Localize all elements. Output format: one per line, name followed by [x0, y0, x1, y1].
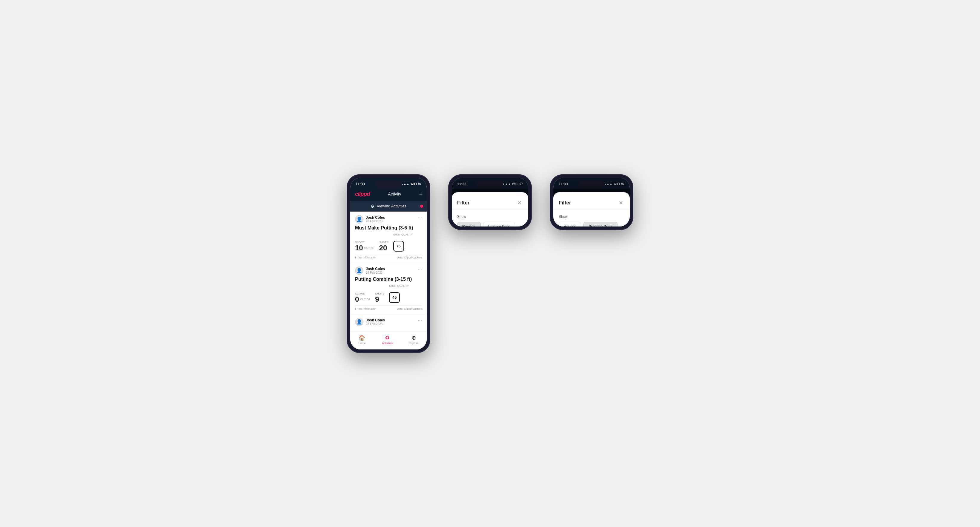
status-time-3: 11:33: [559, 182, 568, 186]
user-name-2: Josh Coles: [366, 267, 385, 271]
more-dots-2[interactable]: ···: [418, 267, 422, 272]
nav-activities-1[interactable]: ♻ Activities: [382, 335, 393, 344]
more-dots-1[interactable]: ···: [418, 215, 422, 221]
user-details-3: Josh Coles 28 Feb 2023: [366, 318, 385, 325]
footer-info-2: ℹ Test Information: [355, 307, 376, 310]
shots-value-2: 9: [375, 296, 384, 303]
wifi-icon-3: WiFi: [614, 183, 620, 186]
home-icon-1: 🏠: [359, 335, 365, 341]
show-buttons-2: Rounds Practice Drills: [457, 222, 523, 226]
score-group-2: Score 0 OUT OF: [355, 292, 370, 303]
stats-row-2: Score 0 OUT OF Shots 9 Shot Quality: [355, 284, 422, 303]
wifi-icon-1: WiFi: [410, 183, 417, 186]
app-header-1: clippd Activity ≡: [350, 189, 427, 201]
modal-close-btn-2[interactable]: ✕: [516, 199, 523, 206]
avatar-1: 👤: [355, 215, 363, 224]
shots-group-1: Shots 20: [379, 241, 388, 252]
shot-quality-label-1: Shot Quality: [393, 233, 413, 236]
activity-card-3[interactable]: 👤 Josh Coles 28 Feb 2023 ···: [350, 314, 427, 332]
user-name-3: Josh Coles: [366, 318, 385, 322]
filter-modal-2: Filter ✕ Show Rounds Practice Drills Rou…: [452, 192, 528, 226]
modal-body-2: Show Rounds Practice Drills Rounds Pract…: [452, 210, 528, 226]
practice-drills-show-btn-3[interactable]: Practice Drills: [584, 222, 617, 226]
user-info-2: 👤 Josh Coles 28 Feb 2023: [355, 267, 385, 275]
activity-card-2[interactable]: 👤 Josh Coles 28 Feb 2023 ··· Putting Com…: [350, 263, 427, 314]
phone-2: 11:33 ▲▲▲ WiFi 97 clippd Activity ≡ ⚙ Vi…: [448, 174, 532, 230]
menu-icon-1[interactable]: ≡: [419, 191, 422, 197]
shot-quality-group-2: Shot Quality 45: [389, 284, 409, 303]
modal-close-btn-3[interactable]: ✕: [617, 199, 624, 206]
nav-capture-1[interactable]: ⊕ Capture: [409, 335, 418, 344]
avatar-2: 👤: [355, 267, 363, 275]
info-icon-2: ℹ: [355, 307, 356, 310]
shot-quality-badge-2: 45: [389, 292, 400, 303]
shots-group-2: Shots 9: [375, 292, 384, 303]
nav-capture-label-1: Capture: [409, 342, 418, 344]
card-header-3: 👤 Josh Coles 28 Feb 2023 ···: [355, 318, 422, 326]
score-value-container-1: 10 OUT OF: [355, 244, 374, 252]
score-value-2: 0: [355, 296, 359, 303]
rounds-btn-3[interactable]: Rounds: [559, 222, 581, 226]
footer-data-2: Data: Clippd Capture: [397, 307, 422, 310]
modal-header-3: Filter ✕: [553, 195, 630, 210]
rounds-btn-2[interactable]: Rounds: [457, 222, 481, 226]
score-value-1: 10: [355, 244, 363, 252]
activity-title-1: Must Make Putting (3-6 ft): [355, 225, 422, 231]
activities-icon-1: ♻: [385, 335, 390, 341]
nav-home-label-1: Home: [358, 342, 366, 344]
phone-3: 11:33 ▲▲▲ WiFi 97 clippd Activity ≡ ⚙ Vi…: [550, 174, 633, 230]
modal-title-3: Filter: [559, 200, 571, 206]
dynamic-island-3: [578, 181, 605, 189]
score-label-1: Score: [355, 241, 374, 244]
activity-list-1: 👤 Josh Coles 28 Feb 2023 ··· Must Make P…: [350, 211, 427, 332]
bottom-nav-1: 🏠 Home ♻ Activities ⊕ Capture: [350, 332, 427, 349]
user-name-1: Josh Coles: [366, 216, 385, 220]
modal-body-3: Show Rounds Practice Drills Practice Dri…: [553, 210, 630, 226]
user-date-2: 28 Feb 2023: [366, 271, 385, 274]
header-title-1: Activity: [388, 192, 401, 196]
status-time-1: 11:33: [356, 182, 365, 186]
avatar-icon-3: 👤: [356, 320, 362, 324]
viewing-banner-1[interactable]: ⚙ Viewing Activities: [350, 201, 427, 211]
dynamic-island-1: [375, 181, 402, 189]
activity-title-2: Putting Combine (3-15 ft): [355, 277, 422, 282]
phone-1-screen: 11:33 ▲▲▲ WiFi 97 clippd Activity ≡ ⚙ Vi…: [350, 178, 427, 349]
battery-icon-1: 97: [418, 183, 421, 186]
activity-card-1[interactable]: 👤 Josh Coles 28 Feb 2023 ··· Must Make P…: [350, 211, 427, 263]
shots-label-2: Shots: [375, 292, 384, 295]
status-icons-2: ▲▲▲ WiFi 97: [502, 183, 523, 186]
red-dot-1: [420, 205, 423, 208]
nav-home-1[interactable]: 🏠 Home: [358, 335, 366, 344]
user-date-1: 28 Feb 2023: [366, 220, 385, 223]
shots-label-1: Shots: [379, 241, 388, 244]
capture-icon-1: ⊕: [412, 335, 416, 341]
shots-value-1: 20: [379, 244, 388, 252]
footer-info-1: ℹ Test Information: [355, 256, 376, 259]
phones-container: 11:33 ▲▲▲ WiFi 97 clippd Activity ≡ ⚙ Vi…: [347, 174, 633, 353]
practice-drills-btn-2[interactable]: Practice Drills: [483, 222, 515, 226]
battery-icon-3: 97: [621, 183, 624, 186]
card-footer-1: ℹ Test Information Data: Clippd Capture: [355, 254, 422, 259]
user-date-3: 28 Feb 2023: [366, 322, 385, 325]
card-header-2: 👤 Josh Coles 28 Feb 2023 ···: [355, 267, 422, 275]
user-details-1: Josh Coles 28 Feb 2023: [366, 216, 385, 223]
user-info-1: 👤 Josh Coles 28 Feb 2023: [355, 215, 385, 224]
phone-2-screen: 11:33 ▲▲▲ WiFi 97 clippd Activity ≡ ⚙ Vi…: [452, 178, 528, 227]
show-label-2: Show: [457, 214, 523, 219]
score-label-2: Score: [355, 292, 370, 295]
more-dots-3[interactable]: ···: [418, 318, 422, 323]
modal-sheet-3: Filter ✕ Show Rounds Practice Drills Pra…: [553, 192, 630, 226]
card-footer-2: ℹ Test Information Data: Clippd Capture: [355, 305, 422, 310]
avatar-icon-1: 👤: [356, 217, 362, 222]
modal-sheet-2: Filter ✕ Show Rounds Practice Drills Rou…: [452, 192, 528, 226]
nav-activities-label-1: Activities: [382, 342, 393, 344]
modal-header-2: Filter ✕: [452, 195, 528, 210]
out-of-text-2: OUT OF: [360, 298, 370, 301]
status-time-2: 11:33: [457, 182, 466, 186]
out-of-text-1: OUT OF: [364, 246, 374, 249]
logo-1: clippd: [355, 191, 370, 197]
show-buttons-3: Rounds Practice Drills: [559, 222, 624, 226]
status-icons-1: ▲▲▲ WiFi 97: [401, 183, 421, 186]
info-icon-1: ℹ: [355, 256, 356, 259]
footer-data-1: Data: Clippd Capture: [397, 256, 422, 259]
